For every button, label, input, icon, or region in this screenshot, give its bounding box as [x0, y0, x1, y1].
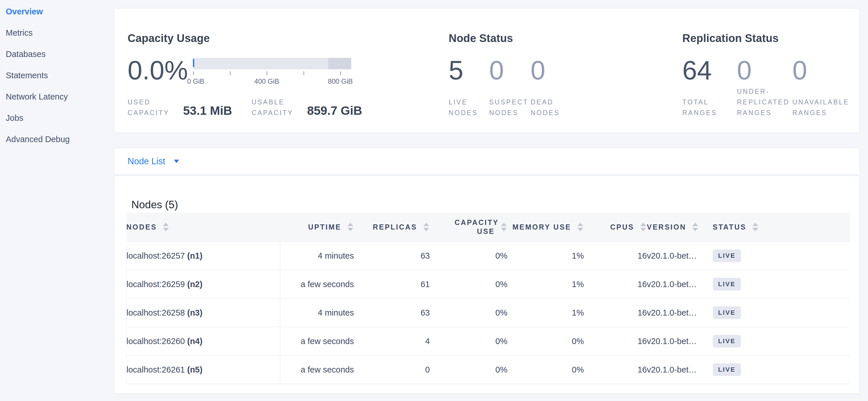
usable-capacity-value: 859.7 GiB — [307, 104, 362, 118]
node-version: v20.1.0-bet… — [647, 241, 713, 270]
replication-labels: TOTAL RANGES UNDER-REPLICATED RANGES UNA… — [682, 86, 859, 118]
node-status-section: Node Status 5 0 0 LIVE NODES SUSPECT NOD… — [449, 9, 679, 133]
sort-icon[interactable] — [423, 222, 430, 232]
capacity-stats: USED CAPACITY 53.1 MiB USABLE CAPACITY 8… — [128, 97, 362, 118]
node-memory-use: 1% — [507, 270, 584, 298]
capacity-usage-title: Capacity Usage — [128, 32, 210, 45]
node-replicas: 0 — [354, 355, 430, 384]
node-address[interactable]: localhost:26259 — [126, 280, 185, 289]
sort-icon[interactable] — [500, 222, 507, 232]
sort-icon[interactable] — [577, 222, 584, 232]
node-address[interactable]: localhost:26258 — [126, 308, 185, 317]
node-address[interactable]: localhost:26260 — [126, 337, 185, 346]
sort-icon[interactable] — [691, 222, 699, 232]
table-header-row: NODES UPTIME REPLICAS CAPACITY USE MEMOR… — [126, 212, 850, 241]
node-id: (n1) — [187, 251, 202, 260]
node-version: v20.1.0-bet… — [647, 270, 713, 298]
node-replicas: 4 — [354, 327, 430, 355]
total-ranges-count: 64 — [682, 57, 737, 83]
replication-numbers: 64 0 0 — [682, 57, 859, 83]
column-header-uptime[interactable]: UPTIME — [280, 212, 354, 241]
node-id: (n3) — [187, 308, 202, 317]
sort-icon[interactable] — [347, 222, 354, 232]
column-header-nodes[interactable]: NODES — [126, 212, 280, 241]
total-ranges-label: TOTAL RANGES — [682, 97, 737, 118]
unavailable-ranges-label: UNAVAILABLE RANGES — [793, 97, 859, 118]
suspect-nodes-count: 0 — [489, 57, 531, 83]
status-badge: LIVE — [713, 306, 741, 319]
sidebar-item-statements[interactable]: Statements — [6, 70, 48, 81]
node-memory-use: 0% — [507, 327, 584, 355]
node-capacity-use: 0% — [430, 355, 507, 384]
capacity-usage-section: Capacity Usage 0.0% 0 GiB 400 GiB 800 Gi… — [128, 9, 447, 133]
sort-icon[interactable] — [640, 222, 647, 232]
node-status-title: Node Status — [449, 32, 513, 45]
node-capacity-use: 0% — [430, 327, 507, 355]
node-replicas: 63 — [354, 241, 430, 270]
table-row[interactable]: localhost:26259 (n2) a few seconds 61 0%… — [126, 270, 850, 298]
chevron-down-icon[interactable] — [174, 160, 179, 163]
node-id: (n2) — [187, 280, 202, 289]
capacity-bar — [193, 58, 351, 69]
node-id: (n4) — [187, 337, 202, 346]
node-list-dropdown[interactable]: Node List — [114, 156, 179, 167]
table-row[interactable]: localhost:26257 (n1) 4 minutes 63 0% 1% … — [126, 241, 850, 270]
sort-icon[interactable] — [162, 222, 169, 232]
table-row[interactable]: localhost:26260 (n4) a few seconds 4 0% … — [126, 327, 850, 355]
node-cpus: 16 — [584, 298, 647, 327]
node-replicas: 63 — [354, 298, 430, 327]
suspect-nodes-label: SUSPECT NODES — [489, 97, 531, 118]
replication-status-section: Replication Status 64 0 0 TOTAL RANGES U… — [682, 9, 859, 133]
capacity-bar-reserved-segment — [328, 58, 351, 69]
column-header-memory-use[interactable]: MEMORY USE — [507, 212, 584, 241]
column-header-version[interactable]: VERSION — [647, 212, 713, 241]
unavailable-ranges-count: 0 — [793, 57, 859, 83]
capacity-axis-labels: 0 GiB 400 GiB 800 GiB — [193, 77, 351, 86]
nodes-table: NODES UPTIME REPLICAS CAPACITY USE MEMOR… — [126, 212, 850, 384]
table-row[interactable]: localhost:26261 (n5) a few seconds 0 0% … — [126, 355, 850, 384]
node-cpus: 16 — [584, 270, 647, 298]
table-row[interactable]: localhost:26258 (n3) 4 minutes 63 0% 1% … — [126, 298, 850, 327]
used-capacity-label: USED CAPACITY — [128, 97, 175, 118]
column-header-status[interactable]: STATUS — [713, 212, 850, 241]
nodes-table-card: Nodes (5) NODES UPTIME REPLICAS — [114, 176, 860, 394]
node-list-dropdown-label[interactable]: Node List — [128, 156, 165, 167]
column-header-replicas[interactable]: REPLICAS — [354, 212, 430, 241]
node-version: v20.1.0-bet… — [647, 327, 713, 355]
node-capacity-use: 0% — [430, 298, 507, 327]
node-capacity-use: 0% — [430, 241, 507, 270]
node-memory-use: 1% — [507, 241, 584, 270]
node-uptime: 4 minutes — [280, 298, 354, 327]
node-uptime: a few seconds — [280, 327, 354, 355]
node-memory-use: 1% — [507, 298, 584, 327]
axis-label-0gib: 0 GiB — [187, 77, 204, 85]
sidebar-item-jobs[interactable]: Jobs — [6, 113, 23, 123]
live-nodes-label: LIVE NODES — [449, 97, 489, 118]
status-badge: LIVE — [713, 363, 741, 376]
axis-label-400gib: 400 GiB — [254, 77, 279, 85]
sidebar-item-metrics[interactable]: Metrics — [6, 28, 32, 38]
column-header-capacity-use[interactable]: CAPACITY USE — [430, 212, 507, 241]
status-badge: LIVE — [713, 278, 741, 290]
sidebar-item-databases[interactable]: Databases — [6, 49, 46, 59]
column-header-cpus[interactable]: CPUS — [584, 212, 647, 241]
usable-capacity-label: USABLE CAPACITY — [251, 97, 299, 118]
sidebar: Overview Metrics Databases Statements Ne… — [0, 0, 106, 401]
node-replicas: 61 — [354, 270, 430, 298]
node-address[interactable]: localhost:26261 — [126, 365, 185, 374]
node-status-labels: LIVE NODES SUSPECT NODES DEAD NODES — [449, 97, 580, 118]
sidebar-item-network-latency[interactable]: Network Latency — [6, 91, 68, 102]
node-address[interactable]: localhost:26257 — [126, 251, 185, 260]
capacity-used-percent: 0.0% — [128, 57, 188, 83]
node-memory-use: 0% — [507, 355, 584, 384]
capacity-axis-ticks — [193, 71, 351, 75]
node-version: v20.1.0-bet… — [647, 298, 713, 327]
sidebar-item-overview[interactable]: Overview — [6, 6, 43, 17]
replication-status-title: Replication Status — [682, 32, 779, 45]
node-id: (n5) — [187, 365, 202, 374]
sort-icon[interactable] — [752, 222, 759, 232]
live-nodes-count: 5 — [449, 57, 489, 83]
status-badge: LIVE — [713, 335, 741, 347]
status-badge: LIVE — [713, 250, 741, 262]
sidebar-item-advanced-debug[interactable]: Advanced Debug — [6, 134, 70, 144]
